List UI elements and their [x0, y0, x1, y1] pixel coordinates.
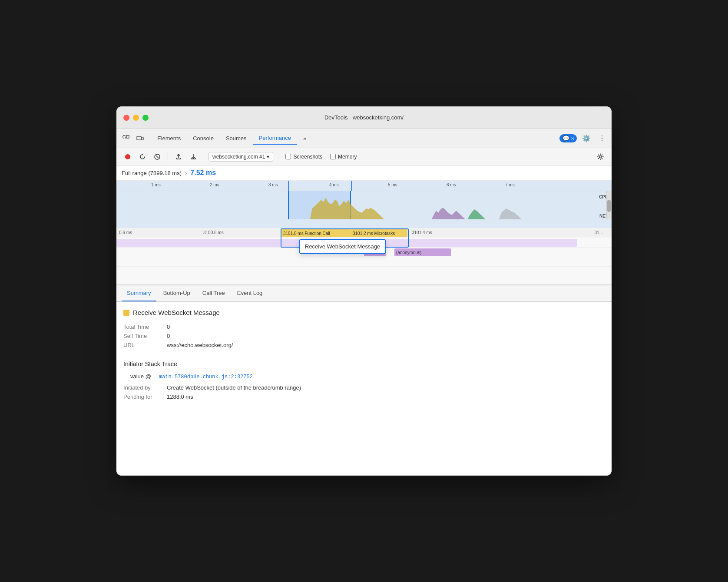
more-icon[interactable]: ⋮	[596, 132, 608, 145]
event-title-text: Receive WebSocket Message	[133, 309, 220, 316]
performance-toolbar: websocketking.com #1 ▾ Screenshots Memor…	[116, 148, 612, 165]
self-time-row: Self Time 0	[123, 331, 605, 341]
flame-row-4	[116, 257, 612, 267]
tab-event-log[interactable]: Event Log	[232, 286, 268, 301]
url-value: wss://echo.websocket.org/	[167, 342, 233, 348]
bottom-tab-bar: Summary Bottom-Up Call Tree Event Log	[116, 285, 612, 302]
settings-icon[interactable]: ⚙️	[580, 132, 592, 145]
svg-rect-3	[142, 137, 143, 140]
tab-performance[interactable]: Performance	[253, 132, 297, 145]
stack-link[interactable]: main.5780db4e.chunk.js:2:32752	[159, 374, 253, 380]
pending-for-row: Pending for 1288.0 ms	[123, 392, 605, 401]
svg-rect-1	[126, 136, 129, 138]
tab-bar-right: 💬 3 ⚙️ ⋮	[559, 132, 608, 145]
range-arrow: ›	[185, 170, 187, 176]
overview-minimap[interactable]: 1 ms 2 ms 3 ms 4 ms 5 ms 6 ms 7 ms	[116, 181, 612, 228]
upload-button[interactable]	[172, 151, 185, 163]
range-bar: Full range (7899.18 ms) › 7.52 ms	[116, 165, 612, 181]
memory-checkbox[interactable]	[330, 154, 336, 159]
reload-profile-button[interactable]	[136, 151, 149, 163]
flame-row-5	[116, 267, 612, 276]
tab-list: Elements Console Sources Performance »	[151, 132, 559, 145]
tab-console[interactable]: Console	[187, 132, 220, 144]
screenshots-label[interactable]: Screenshots	[293, 154, 322, 160]
tab-elements[interactable]: Elements	[151, 132, 187, 144]
close-button[interactable]	[123, 115, 129, 121]
devtools-window: DevTools - websocketking.com/ Elements C…	[116, 106, 612, 476]
tick-3ms: 3 ms	[268, 182, 278, 187]
screenshots-checkbox-group: Screenshots	[285, 154, 322, 160]
svg-rect-0	[123, 136, 126, 138]
url-label: URL	[123, 342, 162, 348]
timeline-area: Full range (7899.18 ms) › 7.52 ms 1 ms 2…	[116, 165, 612, 285]
maximize-button[interactable]	[142, 115, 149, 121]
total-time-row: Total Time 0	[123, 322, 605, 331]
toolbar-right	[594, 151, 606, 163]
summary-panel: Receive WebSocket Message Total Time 0 S…	[116, 302, 612, 476]
svg-marker-8	[310, 198, 384, 219]
tick-3101-4ms: 3101.4 ms	[412, 230, 432, 235]
memory-checkbox-group: Memory	[330, 154, 357, 160]
svg-point-4	[125, 154, 130, 159]
scrollbar-track[interactable]	[606, 191, 612, 219]
svg-rect-2	[137, 136, 141, 140]
total-time-label: Total Time	[123, 324, 162, 330]
tab-bottom-up[interactable]: Bottom-Up	[158, 286, 195, 301]
initiated-by-value: Create WebSocket (outside of the breadcr…	[167, 384, 301, 391]
self-time-value: 0	[167, 333, 170, 339]
tick-2ms: 2 ms	[210, 182, 219, 187]
tick-0-6ms: 0.6 ms	[119, 230, 132, 235]
marker-right	[351, 181, 352, 191]
flame-chart[interactable]: 0.6 ms 3100.8 ms 3101.0 ms Function Call…	[116, 228, 612, 285]
timeline-ruler: 1 ms 2 ms 3 ms 4 ms 5 ms 6 ms 7 ms	[116, 181, 612, 191]
summary-event-title: Receive WebSocket Message	[123, 309, 605, 316]
memory-label[interactable]: Memory	[338, 154, 357, 160]
tab-summary[interactable]: Summary	[122, 286, 156, 301]
record-button[interactable]	[122, 151, 134, 163]
minimize-button[interactable]	[133, 115, 139, 121]
anonymous-bar[interactable]: (anonymous)	[394, 248, 451, 256]
tick-4ms: 4 ms	[329, 182, 339, 187]
cpu-chart: CPU NET	[116, 191, 612, 219]
tick-3100-8ms: 3100.8 ms	[203, 230, 224, 235]
toolbar-divider-2	[204, 152, 204, 161]
message-badge[interactable]: 💬 3	[559, 134, 577, 142]
tab-bar-icons	[120, 132, 146, 145]
tick-31-end: 31...	[595, 230, 603, 235]
self-time-label: Self Time	[123, 333, 162, 339]
initiated-by-label: Initiated by	[123, 384, 162, 391]
tab-call-tree[interactable]: Call Tree	[197, 286, 230, 301]
clear-button[interactable]	[151, 151, 163, 163]
initiated-by-row: Initiated by Create WebSocket (outside o…	[123, 383, 605, 392]
window-title: DevTools - websocketking.com/	[324, 114, 404, 121]
chevron-down-icon: ▾	[267, 154, 269, 160]
tick-5ms: 5 ms	[388, 182, 397, 187]
tab-more[interactable]: »	[297, 132, 312, 144]
tab-sources[interactable]: Sources	[220, 132, 253, 144]
device-icon[interactable]	[134, 132, 146, 145]
capture-settings-button[interactable]	[594, 151, 606, 163]
traffic-lights	[123, 115, 149, 121]
svg-line-6	[156, 155, 159, 158]
inspector-icon[interactable]	[120, 132, 132, 145]
target-selector[interactable]: websocketking.com #1 ▾	[208, 152, 273, 162]
flame-row-1: 0.6 ms 3100.8 ms 3101.0 ms Function Call…	[116, 228, 612, 238]
flame-tooltip: Receive WebSocket Message	[299, 239, 386, 254]
download-button[interactable]	[187, 151, 199, 163]
screenshots-checkbox[interactable]	[285, 154, 291, 159]
purple-bar-left[interactable]	[116, 239, 281, 247]
function-call-label: 3101.0 ms Function Call	[283, 231, 330, 236]
tick-7ms: 7 ms	[505, 182, 515, 187]
scrollbar-thumb[interactable]	[607, 200, 611, 212]
event-color-dot	[123, 310, 129, 316]
pending-for-label: Pending for	[123, 394, 162, 400]
svg-marker-10	[467, 209, 485, 219]
cpu-chart-svg	[116, 191, 612, 219]
microtasks-bar[interactable]: 3101.2 ms Microtasks	[351, 229, 407, 237]
tooltip-text: Receive WebSocket Message	[305, 243, 380, 250]
summary-divider	[123, 355, 605, 355]
marker-left	[288, 181, 289, 191]
function-call-bar[interactable]: 3101.0 ms Function Call	[281, 229, 351, 237]
selected-range: 7.52 ms	[190, 169, 216, 177]
toolbar-divider-1	[168, 152, 168, 161]
